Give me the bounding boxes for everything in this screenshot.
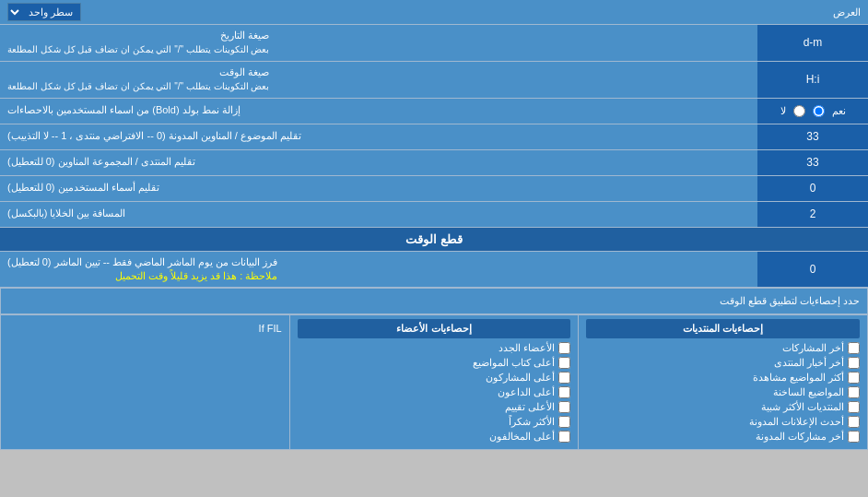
stat-member-7-checkbox[interactable]	[558, 431, 570, 443]
user-names-input-cell	[757, 176, 868, 201]
bold-yes-label: نعم	[832, 105, 846, 117]
bold-no-radio[interactable]	[793, 105, 805, 117]
gap-cells-row: المسافة بين الخلايا (بالبكسل)	[0, 202, 868, 228]
cutoff-label: فرز البيانات من يوم الماشر الماضي فقط --…	[0, 252, 757, 288]
stat-forum-5-checkbox[interactable]	[848, 401, 860, 413]
stat-forum-4-checkbox[interactable]	[848, 386, 860, 398]
cutoff-section-header: قطع الوقت	[0, 228, 868, 252]
stat-forum-1: أخر المشاركات	[586, 342, 860, 354]
stat-forum-2: أخر أخبار المنتدى	[586, 357, 860, 369]
bottom-section: حدد إحصاءيات لتطبيق قطع الوقت إحصاءيات ا…	[0, 288, 868, 450]
bold-remove-label: إزالة نمط بولد (Bold) من اسماء المستخدمي…	[0, 99, 757, 124]
topic-forum-input-cell	[757, 124, 868, 149]
checkbox-columns: إحصاءيات المنتديات أخر المشاركات أخر أخب…	[1, 314, 867, 449]
time-format-label: صيغة الوقتبعض التكوينات يتطلب "/" التي ي…	[0, 62, 757, 98]
bold-remove-input-cell: لا نعم	[757, 99, 868, 124]
display-select[interactable]: سطر واحد سطران ثلاثة أسطر	[7, 3, 81, 21]
stat-forum-6-checkbox[interactable]	[848, 416, 860, 428]
user-names-input[interactable]	[761, 182, 864, 195]
date-format-row: صيغة التاريخبعض التكوينات يتطلب "/" التي…	[0, 25, 868, 62]
stat-forum-7-checkbox[interactable]	[848, 431, 860, 443]
date-format-input-cell	[757, 25, 868, 61]
stat-forum-4: المواضيع الساخنة	[586, 386, 860, 398]
stat-forum-5: المنتديات الأكثر شبية	[586, 401, 860, 413]
display-row: العرض سطر واحد سطران ثلاثة أسطر	[0, 0, 868, 25]
forum-group-input-cell	[757, 150, 868, 175]
time-format-input-cell	[757, 62, 868, 98]
stat-forum-6: أحدث الإعلانات المدونة	[586, 416, 860, 428]
date-format-label: صيغة التاريخبعض التكوينات يتطلب "/" التي…	[0, 25, 757, 61]
member-stats-header: إحصاءيات الأعضاء	[298, 319, 571, 338]
bold-radio-group: لا نعم	[780, 105, 846, 117]
forum-stats-header: إحصاءيات المنتديات	[586, 319, 860, 338]
cutoff-input[interactable]	[761, 263, 864, 276]
user-names-label: تقليم أسماء المستخدمين (0 للتعطيل)	[0, 176, 757, 201]
stat-member-5: الأعلى تقييم	[298, 401, 571, 413]
forum-group-label: تقليم المنتدى / المجموعة المناوين (0 للت…	[0, 150, 757, 175]
stat-forum-3: أكثر المواضيع مشاهدة	[586, 372, 860, 384]
display-label: العرض	[81, 6, 861, 18]
time-format-input[interactable]	[761, 73, 864, 86]
time-format-row: صيغة الوقتبعض التكوينات يتطلب "/" التي ي…	[0, 62, 868, 99]
date-format-input[interactable]	[761, 36, 864, 49]
stat-member-3-checkbox[interactable]	[558, 372, 570, 384]
stat-forum-7: أخر مشاركات المدونة	[586, 431, 860, 443]
gap-cells-input-cell	[757, 202, 868, 227]
stat-member-4-checkbox[interactable]	[558, 386, 570, 398]
stat-member-5-checkbox[interactable]	[558, 401, 570, 413]
stat-member-6: الأكثر شكراً	[298, 416, 571, 428]
bold-remove-row: لا نعم إزالة نمط بولد (Bold) من اسماء ال…	[0, 99, 868, 124]
stat-forum-1-checkbox[interactable]	[848, 342, 860, 354]
topic-forum-input[interactable]	[761, 130, 864, 143]
display-select-container: سطر واحد سطران ثلاثة أسطر	[7, 3, 81, 21]
stat-member-4: أعلى الداعون	[298, 386, 571, 398]
bold-yes-radio[interactable]	[813, 105, 825, 117]
stat-member-1-checkbox[interactable]	[558, 342, 570, 354]
cutoff-note: ملاحظة : هذا قد يزيد قليلاً وقت التحميل	[115, 270, 277, 281]
forum-stats-col: إحصاءيات المنتديات أخر المشاركات أخر أخب…	[578, 315, 867, 449]
footer-note: If FIL	[8, 319, 282, 334]
note-col: If FIL	[1, 315, 289, 449]
stat-forum-2-checkbox[interactable]	[848, 357, 860, 369]
forum-group-row: تقليم المنتدى / المجموعة المناوين (0 للت…	[0, 150, 868, 176]
stat-member-6-checkbox[interactable]	[558, 416, 570, 428]
topic-forum-label: تقليم الموضوع / المناوين المدونة (0 -- ا…	[0, 124, 757, 149]
stat-member-3: أعلى المشاركون	[298, 372, 571, 384]
cutoff-input-cell	[757, 252, 868, 288]
bold-no-label: لا	[780, 105, 786, 117]
stat-member-2: أعلى كتاب المواضيع	[298, 357, 571, 369]
stat-member-1: الأعضاء الجدد	[298, 342, 571, 354]
gap-cells-input[interactable]	[761, 207, 864, 220]
bottom-header: حدد إحصاءيات لتطبيق قطع الوقت	[1, 289, 867, 314]
stat-member-2-checkbox[interactable]	[558, 357, 570, 369]
cutoff-row: فرز البيانات من يوم الماشر الماضي فقط --…	[0, 252, 868, 289]
stat-forum-3-checkbox[interactable]	[848, 372, 860, 384]
topic-forum-row: تقليم الموضوع / المناوين المدونة (0 -- ا…	[0, 124, 868, 150]
forum-group-input[interactable]	[761, 156, 864, 169]
gap-cells-label: المسافة بين الخلايا (بالبكسل)	[0, 202, 757, 227]
member-stats-col: إحصاءيات الأعضاء الأعضاء الجدد أعلى كتاب…	[289, 315, 579, 449]
bottom-section-label: حدد إحصاءيات لتطبيق قطع الوقت	[1, 291, 867, 311]
user-names-row: تقليم أسماء المستخدمين (0 للتعطيل)	[0, 176, 868, 202]
stat-member-7: أعلى المخالفون	[298, 431, 571, 443]
